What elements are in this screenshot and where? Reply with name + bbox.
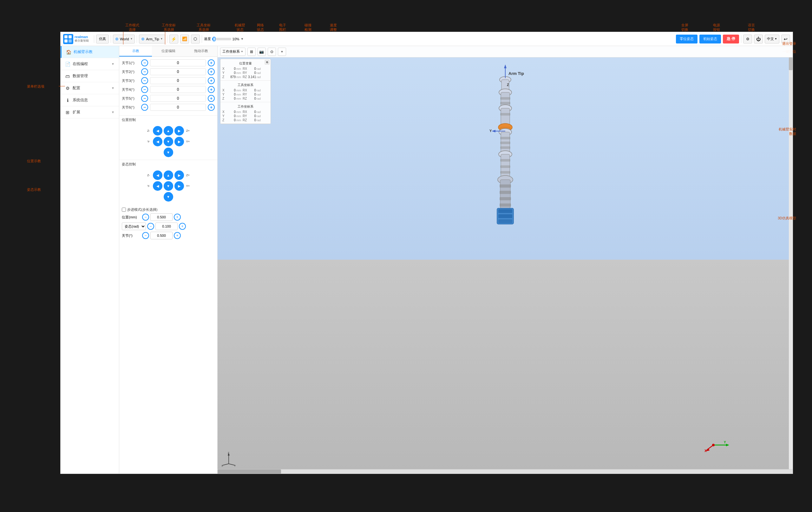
joint-2-label: 关节2(°) — [122, 70, 139, 74]
step-mode-checkbox[interactable] — [122, 208, 126, 212]
work-coord-select[interactable]: ⊕ World — [113, 35, 135, 44]
annotation-power: 电源 按钮 — [713, 23, 720, 32]
fence-btn[interactable]: ⬡ — [191, 35, 200, 44]
copy-pos-btn[interactable]: ⧉ — [265, 60, 269, 64]
joint-step-input[interactable] — [150, 232, 173, 239]
rz-center-btn[interactable]: ▼ — [164, 192, 173, 201]
z-center-btn[interactable]: ▼ — [164, 147, 173, 157]
joint-4-value[interactable] — [150, 86, 206, 93]
io-status-btn[interactable]: ⚡ — [169, 35, 178, 44]
joint-3-value[interactable] — [150, 77, 206, 84]
network-status-btn[interactable]: 📶 — [180, 35, 189, 44]
data-mgmt-icon: 🗃 — [65, 74, 70, 79]
step-mode-checkbox-row: 步进模式(步长选择) — [122, 206, 215, 213]
annotation-line-work-mode — [123, 32, 123, 45]
joint-5-plus[interactable]: + — [208, 95, 215, 102]
sidebar-item-config[interactable]: ⚙ 配置 ▼ — [61, 82, 119, 94]
simulate-button[interactable]: 仿真 — [96, 35, 109, 44]
sidebar: 🏠 机械臂示教 📄 在线编程 ▼ 🗃 数据管理 ⚙ 配置 ▼ ℹ 系统信息 — [61, 46, 119, 474]
init-pos-button[interactable]: 初始姿态 — [699, 35, 721, 44]
y-minus-btn[interactable]: ◀ — [153, 126, 163, 136]
joint-2-plus[interactable]: + — [208, 68, 215, 75]
sidebar-item-extend[interactable]: ⊞ 扩展 ▼ — [61, 106, 119, 118]
svg-rect-33 — [498, 209, 512, 213]
tab-teach[interactable]: 示教 — [119, 46, 152, 56]
speed-bar[interactable] — [212, 38, 231, 40]
rx-down-btn[interactable]: ▼ — [164, 181, 173, 191]
tab-drag-teach[interactable]: 拖动示教 — [184, 46, 217, 56]
logo-text: realman 睿尔曼智能 — [75, 35, 89, 43]
coord-system-select[interactable]: 工作坐标系 ▼ — [220, 48, 245, 56]
annotation-mech-status: 机械臂 状态 — [235, 23, 245, 32]
position-step-minus[interactable]: − — [142, 214, 149, 221]
position-step-input[interactable] — [150, 213, 173, 221]
robot-teach-icon: 🏠 — [66, 50, 71, 55]
joint-3-minus[interactable]: − — [141, 77, 148, 84]
joint-4-plus[interactable]: + — [208, 86, 215, 93]
joint-row-5: 关节5(°) − + — [122, 95, 215, 102]
joint-step-plus[interactable]: + — [174, 232, 181, 239]
svg-text:Z: Z — [228, 451, 229, 454]
view-scrollbar-bottom[interactable] — [218, 469, 793, 474]
sidebar-item-sys-info[interactable]: ℹ 系统信息 — [61, 94, 119, 106]
view-scrollbar-thumb[interactable] — [789, 57, 793, 70]
divider-3 — [137, 35, 137, 43]
posture-step-plus[interactable]: + — [179, 223, 186, 230]
annotation-tool-coord: 工具坐标 系选择 — [197, 23, 211, 32]
joint-6-plus[interactable]: + — [208, 104, 215, 111]
joint-6-minus[interactable]: − — [141, 104, 148, 111]
joint-6-label: 关节6(°) — [122, 105, 139, 110]
x-plus-dir-btn[interactable]: ▶ — [174, 137, 184, 146]
y-label-left: Y- — [146, 140, 152, 143]
annotation-fullscreen: 全屏 切换 — [681, 23, 688, 32]
joint-1-minus[interactable]: − — [141, 59, 148, 66]
joint-6-value[interactable] — [150, 104, 206, 111]
rx-right-btn[interactable]: ▶ — [174, 181, 184, 191]
grid-icon-btn[interactable]: ⊞ — [248, 48, 256, 56]
tab-pos-prog[interactable]: 位姿编辑 — [152, 46, 184, 56]
posture-step-select[interactable]: 姿态(rad) — [122, 222, 146, 230]
sidebar-item-robot-teach[interactable]: 🏠 机械臂示教 — [61, 46, 119, 58]
sidebar-label-data-mgmt: 数据管理 — [72, 73, 88, 79]
joint-1-value[interactable] — [150, 59, 206, 66]
rx-minus-btn[interactable]: ◀ — [153, 181, 163, 191]
power-icon-btn[interactable]: ⏻ — [754, 35, 763, 44]
language-select[interactable]: 中文 ▼ — [765, 35, 779, 44]
sidebar-item-data-mgmt[interactable]: 🗃 数据管理 — [61, 70, 119, 82]
position-step-plus[interactable]: + — [174, 214, 181, 221]
estop-button[interactable]: 急 停 — [723, 35, 739, 44]
x-minus-dir-btn[interactable]: ◀ — [153, 137, 163, 146]
sidebar-item-online-prog[interactable]: 📄 在线编程 ▼ — [61, 58, 119, 70]
svg-text:Y: Y — [489, 129, 492, 133]
add-icon-btn[interactable]: + — [278, 48, 286, 56]
joint-3-plus[interactable]: + — [208, 77, 215, 84]
ry-plus-btn[interactable]: ▶ — [174, 170, 184, 180]
view-3d[interactable]: 工作坐标系 ▼ ⊞ 📷 ⊙ + 位置变量 ⧉ X — [218, 46, 793, 474]
joint-step-minus[interactable]: − — [142, 232, 149, 239]
settings-icon-btn[interactable]: ⚙ — [743, 35, 752, 44]
rx-plus-btn[interactable]: ▲ — [164, 170, 173, 180]
down-btn[interactable]: ▼ — [164, 137, 173, 146]
scrollbar-thumb[interactable] — [218, 469, 281, 474]
posture-step-minus[interactable]: − — [147, 223, 154, 230]
joint-2-value[interactable] — [150, 68, 206, 75]
x-plus-btn[interactable]: ▲ — [164, 126, 173, 136]
joint-step-row: 关节(°) − + — [122, 232, 215, 239]
view-scrollbar-right[interactable] — [789, 57, 793, 469]
target-icon-btn[interactable]: ⊙ — [268, 48, 276, 56]
camera-icon-btn[interactable]: 📷 — [258, 48, 266, 56]
y-plus-btn[interactable]: ▶ — [174, 126, 184, 136]
svg-rect-30 — [499, 197, 511, 200]
zero-pos-button[interactable]: 零位姿态 — [676, 35, 697, 44]
joint-2-minus[interactable]: − — [141, 68, 148, 75]
tool-coord-select[interactable]: ⊕ Arm_Tip — [139, 35, 165, 44]
joint-4-minus[interactable]: − — [141, 86, 148, 93]
joint-1-plus[interactable]: + — [208, 59, 215, 66]
svg-text:X: X — [704, 449, 707, 453]
posture-step-input[interactable] — [155, 222, 178, 230]
joint-5-value[interactable] — [150, 95, 206, 102]
ry-minus-btn[interactable]: ◀ — [153, 170, 163, 180]
joint-5-minus[interactable]: − — [141, 95, 148, 102]
tool-coord-section: 工具坐标系 X 0 mm RX 0 rad Y 0 mm — [221, 81, 270, 102]
pos-var-section: 位置变量 ⧉ X 0 mm RX 0 rad Y 0 — [221, 59, 270, 81]
